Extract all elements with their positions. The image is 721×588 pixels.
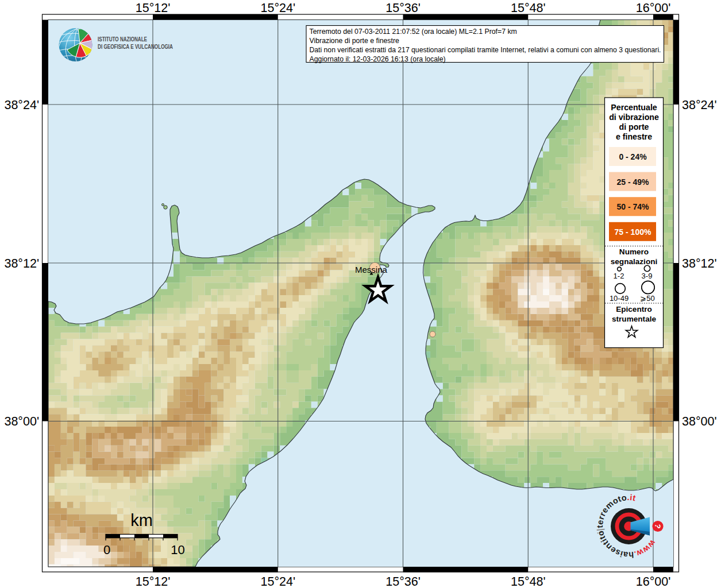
svg-text:Terremoto del 07-03-2011 21:07: Terremoto del 07-03-2011 21:07:52 (ora l… xyxy=(310,28,517,36)
svg-text:di porte: di porte xyxy=(619,122,649,131)
svg-text:50 - 74%: 50 - 74% xyxy=(616,202,649,211)
svg-text:Messina: Messina xyxy=(355,265,388,274)
svg-text:10-49: 10-49 xyxy=(610,294,629,303)
svg-text:25 - 49%: 25 - 49% xyxy=(616,177,649,187)
svg-text:38°12': 38°12' xyxy=(682,257,717,270)
svg-text:38°00': 38°00' xyxy=(682,415,717,428)
svg-text:15°24': 15°24' xyxy=(260,1,295,15)
svg-text:1-2: 1-2 xyxy=(614,272,624,280)
svg-text:ISTITUTO NAZIONALE: ISTITUTO NAZIONALE xyxy=(98,36,147,42)
svg-text:15°48': 15°48' xyxy=(511,1,546,15)
svg-text:DI GEOFISICA E VULCANOLOGIA: DI GEOFISICA E VULCANOLOGIA xyxy=(98,43,173,50)
svg-text:38°24': 38°24' xyxy=(682,98,717,112)
svg-text:e finestre: e finestre xyxy=(616,132,652,141)
svg-text:38°24': 38°24' xyxy=(4,98,39,112)
svg-text:15°36': 15°36' xyxy=(385,1,421,15)
svg-text:16°00': 16°00' xyxy=(636,575,671,588)
svg-text:⩾50: ⩾50 xyxy=(640,294,654,303)
svg-text:0 - 24%: 0 - 24% xyxy=(619,152,647,161)
svg-text:segnalazioni: segnalazioni xyxy=(611,257,658,266)
svg-text:di vibrazione: di vibrazione xyxy=(609,113,659,122)
svg-text:75 - 100%: 75 - 100% xyxy=(615,227,651,237)
svg-text:Dati non verificati estratti d: Dati non verificati estratti da 217 ques… xyxy=(310,46,661,54)
svg-text:15°48': 15°48' xyxy=(511,575,546,588)
svg-text:Vibrazione di porte e finestre: Vibrazione di porte e finestre xyxy=(310,37,399,45)
svg-text:3-9: 3-9 xyxy=(642,272,653,280)
svg-text:15°24': 15°24' xyxy=(260,575,295,588)
svg-text:km: km xyxy=(130,511,153,529)
svg-text:38°12': 38°12' xyxy=(4,257,39,270)
svg-text:16°00': 16°00' xyxy=(636,1,671,15)
svg-text:Epicentro: Epicentro xyxy=(616,305,652,314)
svg-text:15°12': 15°12' xyxy=(136,575,171,588)
svg-text:Percentuale: Percentuale xyxy=(611,103,657,112)
svg-text:0: 0 xyxy=(103,543,110,557)
svg-text:Aggiornato il: 12-03-2026 16:1: Aggiornato il: 12-03-2026 16:13 (ora loc… xyxy=(310,55,446,63)
svg-text:strumentale: strumentale xyxy=(612,315,656,323)
svg-text:15°12': 15°12' xyxy=(136,1,171,15)
svg-text:Numero: Numero xyxy=(619,247,649,256)
svg-text:15°36': 15°36' xyxy=(385,575,421,588)
svg-text:38°00': 38°00' xyxy=(4,415,39,428)
svg-text:10: 10 xyxy=(171,543,184,557)
